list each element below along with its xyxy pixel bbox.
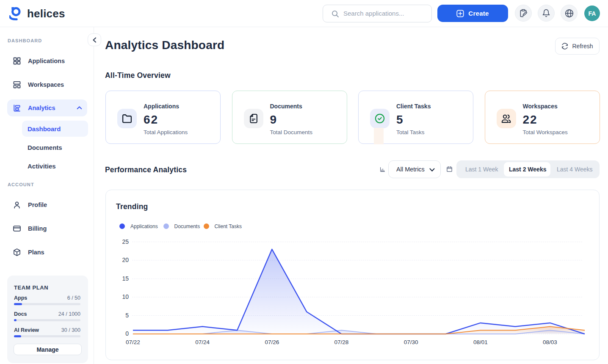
svg-text:25: 25 xyxy=(122,238,129,245)
svg-text:5: 5 xyxy=(125,312,129,319)
svg-text:07/30: 07/30 xyxy=(404,339,418,345)
svg-text:20: 20 xyxy=(122,256,129,263)
svg-text:07/26: 07/26 xyxy=(265,339,279,345)
svg-text:0: 0 xyxy=(125,330,129,337)
svg-text:07/22: 07/22 xyxy=(126,339,140,345)
svg-text:08/03: 08/03 xyxy=(543,339,557,345)
svg-text:10: 10 xyxy=(122,293,129,300)
svg-text:07/24: 07/24 xyxy=(195,339,210,345)
svg-text:08/01: 08/01 xyxy=(473,339,488,345)
svg-text:07/28: 07/28 xyxy=(334,339,349,345)
svg-text:15: 15 xyxy=(122,275,129,282)
